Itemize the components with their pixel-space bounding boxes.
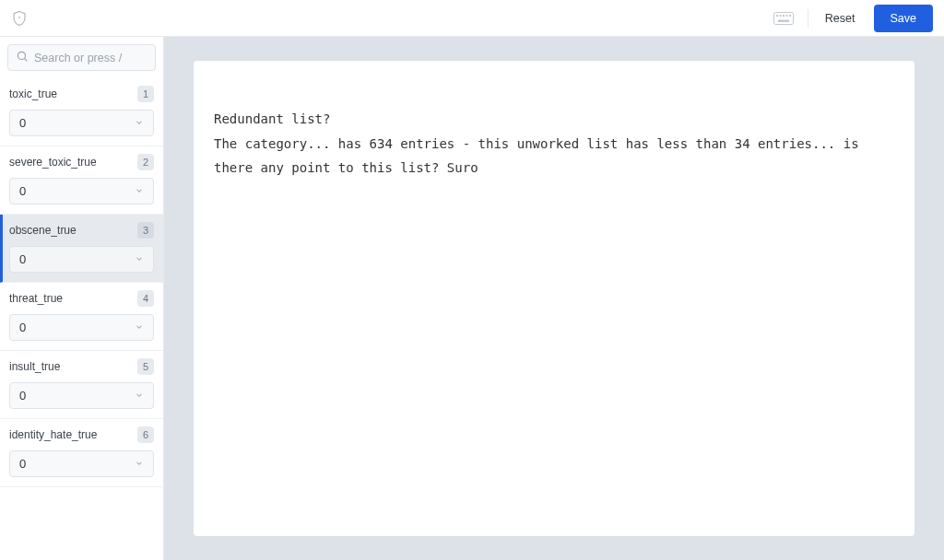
content-card: Redundant list? The category... has 634 … xyxy=(194,61,914,536)
content-text: Redundant list? The category... has 634 … xyxy=(214,107,894,181)
field-label: severe_toxic_true xyxy=(9,156,97,169)
field-select[interactable]: 0 xyxy=(9,178,154,204)
field-head: obscene_true3 xyxy=(9,222,154,239)
field-select[interactable]: 0 xyxy=(9,314,154,341)
field-value: 0 xyxy=(19,184,26,198)
app-header: Reset Save xyxy=(0,0,944,37)
svg-rect-1 xyxy=(773,12,793,24)
search-wrap xyxy=(0,37,163,78)
main-area: Redundant list? The category... has 634 … xyxy=(164,37,944,560)
svg-rect-2 xyxy=(776,15,778,17)
chevron-down-icon xyxy=(135,186,144,197)
field-index-badge: 6 xyxy=(137,426,154,443)
field-label: toxic_true xyxy=(9,88,57,100)
field-select[interactable]: 0 xyxy=(9,246,154,273)
field-select[interactable]: 0 xyxy=(9,450,154,477)
field-select[interactable]: 0 xyxy=(9,382,154,409)
field-value: 0 xyxy=(19,252,26,266)
sidebar-field-insult_true[interactable]: insult_true50 xyxy=(0,351,163,419)
field-select[interactable]: 0 xyxy=(9,110,154,136)
field-head: toxic_true1 xyxy=(9,86,154,102)
sidebar-field-severe_toxic_true[interactable]: severe_toxic_true20 xyxy=(0,146,163,215)
svg-point-8 xyxy=(18,52,25,59)
header-right: Reset Save xyxy=(771,5,933,32)
field-list: toxic_true10severe_toxic_true20obscene_t… xyxy=(0,78,163,487)
svg-rect-4 xyxy=(783,15,785,17)
field-index-badge: 4 xyxy=(137,290,154,307)
sidebar-field-toxic_true[interactable]: toxic_true10 xyxy=(0,78,163,146)
chevron-down-icon xyxy=(135,254,144,265)
layout: toxic_true10severe_toxic_true20obscene_t… xyxy=(0,37,944,560)
field-value: 0 xyxy=(19,389,26,402)
svg-point-0 xyxy=(18,16,20,18)
sidebar-field-identity_hate_true[interactable]: identity_hate_true60 xyxy=(0,419,163,487)
sidebar: toxic_true10severe_toxic_true20obscene_t… xyxy=(0,37,164,560)
save-button[interactable]: Save xyxy=(874,5,934,32)
search-box[interactable] xyxy=(7,44,156,71)
shield-logo-icon xyxy=(11,10,28,27)
reset-button[interactable]: Reset xyxy=(812,6,868,31)
chevron-down-icon xyxy=(135,459,144,470)
sidebar-field-threat_true[interactable]: threat_true40 xyxy=(0,283,163,351)
field-index-badge: 5 xyxy=(137,358,154,375)
svg-line-9 xyxy=(24,58,27,61)
field-index-badge: 3 xyxy=(137,222,154,239)
keyboard-shortcut-icon[interactable] xyxy=(771,9,796,28)
svg-rect-7 xyxy=(778,19,789,22)
field-head: severe_toxic_true2 xyxy=(9,154,154,170)
search-icon xyxy=(16,50,29,65)
chevron-down-icon xyxy=(135,118,144,129)
field-head: insult_true5 xyxy=(9,358,154,375)
svg-rect-6 xyxy=(789,15,791,17)
field-label: identity_hate_true xyxy=(9,428,97,441)
field-value: 0 xyxy=(19,321,26,334)
field-label: threat_true xyxy=(9,292,63,305)
sidebar-field-obscene_true[interactable]: obscene_true30 xyxy=(0,215,163,283)
field-label: obscene_true xyxy=(9,224,77,237)
divider xyxy=(808,9,808,28)
chevron-down-icon xyxy=(135,322,144,333)
field-value: 0 xyxy=(19,457,26,471)
field-head: identity_hate_true6 xyxy=(9,426,154,443)
field-label: insult_true xyxy=(9,360,60,373)
svg-rect-5 xyxy=(785,15,787,17)
header-left xyxy=(11,10,28,27)
search-input[interactable] xyxy=(34,52,148,64)
field-value: 0 xyxy=(19,116,26,130)
field-index-badge: 2 xyxy=(137,154,154,170)
field-head: threat_true4 xyxy=(9,290,154,307)
svg-rect-3 xyxy=(779,15,781,17)
chevron-down-icon xyxy=(135,391,144,402)
field-index-badge: 1 xyxy=(137,86,154,102)
